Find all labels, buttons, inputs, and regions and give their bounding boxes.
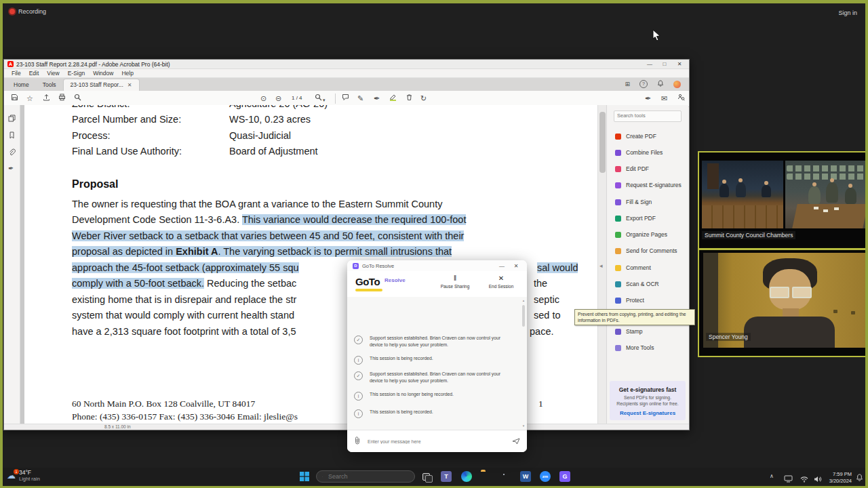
tray-overflow-chevron-icon[interactable] <box>770 473 774 488</box>
sign-in-link[interactable]: Sign in <box>838 9 857 16</box>
user-avatar[interactable] <box>673 81 681 88</box>
scroll-down-icon[interactable] <box>521 424 526 428</box>
tools-search-input[interactable] <box>614 111 681 120</box>
tool-send-for-comments[interactable]: Send for Comments <box>615 245 677 256</box>
word-icon[interactable]: W <box>520 471 531 482</box>
favorite-star-icon[interactable] <box>26 94 33 103</box>
file-explorer-icon[interactable] <box>481 471 492 482</box>
highlighter-icon[interactable] <box>389 94 397 101</box>
notification-bell-tray-icon[interactable] <box>856 472 863 488</box>
menu-help[interactable]: Help <box>118 70 136 77</box>
tab-document[interactable]: 23-103 Staff Repor... <box>63 79 140 91</box>
bookmarks-icon[interactable] <box>8 131 16 140</box>
sign-pen-icon[interactable] <box>374 94 380 103</box>
find-person-icon[interactable] <box>677 94 685 101</box>
page-thumbnails-icon[interactable] <box>8 115 16 123</box>
start-button[interactable] <box>299 471 310 482</box>
teams-icon[interactable]: T <box>441 471 452 482</box>
display-tray-icon[interactable] <box>784 473 793 488</box>
share-upload-icon[interactable] <box>43 94 50 101</box>
wifi-tray-icon[interactable] <box>800 473 808 488</box>
menu-esign[interactable]: E-Sign <box>64 70 89 77</box>
edge-icon[interactable] <box>461 471 472 482</box>
zoom-tool-icon[interactable] <box>315 94 322 101</box>
menu-file[interactable]: File <box>8 70 24 77</box>
page-indicator[interactable]: 1 / 4 <box>292 95 302 101</box>
search-icon[interactable] <box>74 94 81 101</box>
help-icon[interactable] <box>639 80 648 88</box>
goto-close-button[interactable] <box>511 263 521 269</box>
acrobat-titlebar[interactable]: A 23-103 Staff Report 2.28.24.pdf - Adob… <box>4 60 689 69</box>
end-session-button[interactable]: End Session <box>483 274 519 289</box>
tools-search-box[interactable] <box>614 110 682 122</box>
edit-pencil-icon[interactable] <box>357 94 363 103</box>
goto-scrollbar-thumb[interactable] <box>522 305 525 327</box>
panel-collapse-icon[interactable] <box>599 262 603 269</box>
promo-link[interactable]: Request E-signatures <box>610 410 686 416</box>
tool-edit-pdf[interactable]: Edit PDF <box>615 163 649 174</box>
tool-create-pdf[interactable]: Create PDF <box>615 131 656 142</box>
close-button[interactable] <box>673 61 686 67</box>
menu-window[interactable]: Window <box>90 70 117 77</box>
tool-stamp[interactable]: Stamp <box>615 326 643 337</box>
tool-scan-ocr[interactable]: Scan & OCR <box>615 279 659 289</box>
video-window-chambers[interactable]: Summit County Council Chambers <box>698 151 868 249</box>
tool-request-esignatures[interactable]: Request E-signatures <box>615 180 682 190</box>
fill-sign-icon[interactable] <box>645 94 651 103</box>
goto-minimize-button[interactable] <box>496 263 507 269</box>
comment-bubble-icon[interactable] <box>342 94 349 101</box>
tool-organize-pages[interactable]: Organize Pages <box>615 229 667 240</box>
create-pdf-icon <box>615 134 621 140</box>
video-window-speaker[interactable]: Spencer Young <box>698 249 868 357</box>
tab-close-icon[interactable] <box>127 82 132 88</box>
page-up-icon[interactable] <box>260 94 267 103</box>
weather-widget[interactable]: 1 34°F Light rain <box>7 469 40 482</box>
print-icon[interactable] <box>58 94 66 101</box>
meta-value: Quasi-Judicial <box>229 130 291 141</box>
delete-trash-icon[interactable] <box>406 94 413 101</box>
notifications-bell-icon[interactable] <box>657 80 664 88</box>
scrollbar-thumb[interactable] <box>599 112 606 173</box>
tool-export-pdf[interactable]: Export PDF <box>615 213 656 224</box>
info-circle-icon <box>354 409 363 418</box>
zoom-app-icon[interactable]: zm <box>540 471 551 482</box>
taskbar-search[interactable] <box>316 470 415 483</box>
attachment-paperclip-icon[interactable] <box>354 435 361 447</box>
signatures-panel-icon[interactable] <box>8 165 14 172</box>
volume-tray-icon[interactable] <box>814 473 822 488</box>
tab-tools[interactable]: Tools <box>36 79 63 91</box>
tool-more-tools[interactable]: More Tools <box>615 342 654 353</box>
goto-taskbar-icon[interactable]: G <box>559 471 570 482</box>
goto-window-title: GoTo Resolve <box>362 263 493 269</box>
menu-view[interactable]: View <box>43 70 62 77</box>
maximize-button[interactable] <box>658 61 671 67</box>
refresh-icon[interactable] <box>420 94 427 103</box>
goto-message-input[interactable] <box>366 439 507 445</box>
taskbar-search-input[interactable] <box>327 472 409 481</box>
tool-comment[interactable]: Comment <box>615 262 651 273</box>
zoom-dropdown-icon[interactable] <box>323 96 326 105</box>
pause-sharing-button[interactable]: Pause Sharing <box>437 274 473 289</box>
send-message-icon[interactable] <box>512 435 520 447</box>
clock[interactable]: 7:59 PM 3/20/2024 <box>825 471 852 488</box>
tool-fill-sign[interactable]: Fill & Sign <box>615 197 652 207</box>
tool-combine-files[interactable]: Combine Files <box>615 147 663 158</box>
menu-edit[interactable]: Edit <box>26 70 43 77</box>
scroll-up-icon[interactable] <box>521 298 526 302</box>
window-title: 23-103 Staff Report 2.28.24.pdf - Adobe … <box>16 61 641 68</box>
weather-desc: Light rain <box>19 476 40 482</box>
goto-scrollbar[interactable] <box>521 298 526 428</box>
document-scrollbar[interactable] <box>597 105 607 424</box>
apps-grid-icon[interactable] <box>625 81 630 87</box>
save-icon[interactable] <box>11 94 18 101</box>
send-envelope-icon[interactable] <box>661 94 667 103</box>
screen: Recording Sign in A 23-103 Staff Report … <box>0 0 868 488</box>
attachments-icon[interactable] <box>8 148 16 157</box>
stamp-icon <box>615 329 621 335</box>
tab-home[interactable]: Home <box>7 79 36 91</box>
page-down-icon[interactable] <box>275 94 281 103</box>
tool-protect[interactable]: Protect <box>615 295 644 306</box>
goto-titlebar[interactable]: D GoTo Resolve <box>347 260 527 271</box>
person-silhouette <box>736 182 746 197</box>
minimize-button[interactable] <box>644 61 656 67</box>
